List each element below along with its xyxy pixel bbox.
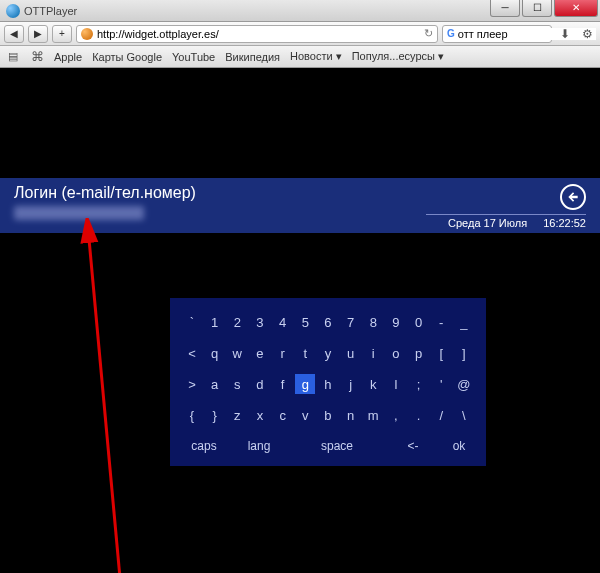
site-favicon — [81, 28, 93, 40]
key-u[interactable]: u — [341, 343, 361, 363]
bookmark-item[interactable]: Википедия — [225, 51, 280, 63]
key-6[interactable]: 6 — [318, 312, 338, 332]
key-'[interactable]: ' — [431, 374, 451, 394]
search-engine-icon: G — [447, 28, 455, 39]
back-icon[interactable] — [560, 184, 586, 210]
window-titlebar: OTTPlayer ─ ☐ ✕ — [0, 0, 600, 22]
bookmarks-icon[interactable]: ⌘ — [30, 50, 44, 64]
key-lang[interactable]: lang — [237, 436, 281, 456]
bookmark-item[interactable]: Популя...есурсы ▾ — [352, 50, 444, 63]
key->[interactable]: > — [182, 374, 202, 394]
bookmark-item[interactable]: Карты Google — [92, 51, 162, 63]
key-b[interactable]: b — [318, 405, 338, 425]
key-v[interactable]: v — [295, 405, 315, 425]
key-/[interactable]: / — [431, 405, 451, 425]
key-caps[interactable]: caps — [182, 436, 226, 456]
key-1[interactable]: 1 — [205, 312, 225, 332]
bookmark-item[interactable]: Новости ▾ — [290, 50, 342, 63]
back-button[interactable]: ◀ — [4, 25, 24, 43]
date-label: Среда 17 Июля — [448, 217, 527, 229]
login-title: Логин (e-mail/тел.номер) — [14, 184, 196, 202]
key-r[interactable]: r — [273, 343, 293, 363]
key-3[interactable]: 3 — [250, 312, 270, 332]
key-ok[interactable]: ok — [444, 436, 474, 456]
onscreen-keyboard: `1234567890-_<qwertyuiop[]>asdfghjkl;'@{… — [170, 298, 486, 466]
bookmark-item[interactable]: Apple — [54, 51, 82, 63]
key-,[interactable]: , — [386, 405, 406, 425]
window-title: OTTPlayer — [24, 5, 77, 17]
search-input[interactable] — [458, 28, 596, 40]
key-<[interactable]: < — [182, 343, 202, 363]
key-[[interactable]: [ — [431, 343, 451, 363]
key-q[interactable]: q — [205, 343, 225, 363]
key-@[interactable]: @ — [454, 374, 474, 394]
add-button[interactable]: + — [52, 25, 72, 43]
key-g[interactable]: g — [295, 374, 315, 394]
address-bar[interactable]: ↻ — [76, 25, 438, 43]
url-input[interactable] — [97, 28, 420, 40]
key-d[interactable]: d — [250, 374, 270, 394]
bookmarks-bar: ▤ ⌘ Apple Карты Google YouTube Википедия… — [0, 46, 600, 68]
time-label: 16:22:52 — [543, 217, 586, 229]
maximize-button[interactable]: ☐ — [522, 0, 552, 17]
search-bar[interactable]: G — [442, 25, 552, 43]
key-z[interactable]: z — [227, 405, 247, 425]
key-w[interactable]: w — [227, 343, 247, 363]
key-.[interactable]: . — [409, 405, 429, 425]
key-a[interactable]: a — [205, 374, 225, 394]
key-n[interactable]: n — [341, 405, 361, 425]
key-p[interactable]: p — [409, 343, 429, 363]
forward-button[interactable]: ▶ — [28, 25, 48, 43]
key-0[interactable]: 0 — [409, 312, 429, 332]
key-2[interactable]: 2 — [227, 312, 247, 332]
key-\[interactable]: \ — [454, 405, 474, 425]
app-icon — [6, 4, 20, 18]
key-5[interactable]: 5 — [295, 312, 315, 332]
key-k[interactable]: k — [363, 374, 383, 394]
key-9[interactable]: 9 — [386, 312, 406, 332]
key-backspace[interactable]: <- — [393, 436, 433, 456]
key-8[interactable]: 8 — [363, 312, 383, 332]
key-4[interactable]: 4 — [273, 312, 293, 332]
key-f[interactable]: f — [273, 374, 293, 394]
key--[interactable]: - — [431, 312, 451, 332]
reload-icon[interactable]: ↻ — [424, 27, 433, 40]
download-icon[interactable]: ⬇ — [556, 25, 574, 43]
bookmark-item[interactable]: YouTube — [172, 51, 215, 63]
key-][interactable]: ] — [454, 343, 474, 363]
key-h[interactable]: h — [318, 374, 338, 394]
login-banner: Логин (e-mail/тел.номер) Среда 17 Июля 1… — [0, 178, 600, 233]
svg-line-0 — [88, 228, 120, 573]
key-`[interactable]: ` — [182, 312, 202, 332]
key-t[interactable]: t — [295, 343, 315, 363]
key-c[interactable]: c — [273, 405, 293, 425]
login-input[interactable] — [14, 206, 144, 220]
key-s[interactable]: s — [227, 374, 247, 394]
key-e[interactable]: e — [250, 343, 270, 363]
minimize-button[interactable]: ─ — [490, 0, 520, 17]
settings-icon[interactable]: ⚙ — [578, 25, 596, 43]
annotation-arrow — [60, 218, 160, 573]
key-l[interactable]: l — [386, 374, 406, 394]
key-o[interactable]: o — [386, 343, 406, 363]
key-x[interactable]: x — [250, 405, 270, 425]
key-_[interactable]: _ — [454, 312, 474, 332]
app-content: Логин (e-mail/тел.номер) Среда 17 Июля 1… — [0, 68, 600, 573]
key-{[interactable]: { — [182, 405, 202, 425]
key-i[interactable]: i — [363, 343, 383, 363]
key-m[interactable]: m — [363, 405, 383, 425]
key-j[interactable]: j — [341, 374, 361, 394]
key-space[interactable]: space — [292, 436, 382, 456]
key-7[interactable]: 7 — [341, 312, 361, 332]
close-button[interactable]: ✕ — [554, 0, 598, 17]
key-;[interactable]: ; — [409, 374, 429, 394]
key-y[interactable]: y — [318, 343, 338, 363]
browser-toolbar: ◀ ▶ + ↻ G ⬇ ⚙ — [0, 22, 600, 46]
sidebar-toggle-icon[interactable]: ▤ — [6, 50, 20, 64]
key-}[interactable]: } — [205, 405, 225, 425]
